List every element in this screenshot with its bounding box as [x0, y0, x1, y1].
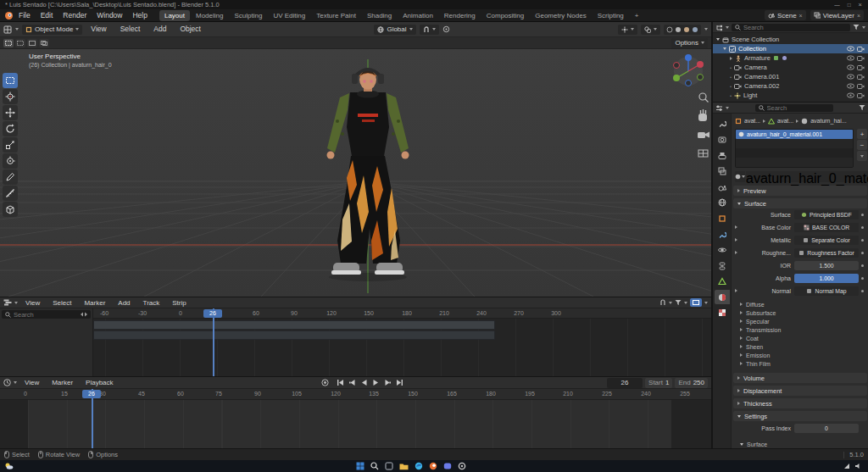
properties-tab-texture[interactable] — [715, 306, 729, 319]
shading-popover-chevron[interactable] — [704, 28, 708, 31]
select-mode-intersect-icon[interactable] — [39, 39, 49, 47]
tool-move[interactable] — [3, 105, 18, 120]
subpanel-subsurface[interactable]: Subsurface — [740, 308, 865, 317]
render-visibility-icon[interactable] — [857, 92, 865, 98]
tool-measure[interactable] — [3, 186, 18, 201]
view-layer-selector[interactable]: ViewLayer × — [810, 10, 864, 20]
blender-logo[interactable] — [4, 11, 14, 20]
edge-browser-icon[interactable] — [415, 462, 423, 470]
auto-keying-toggle[interactable] — [321, 379, 329, 386]
nla-strip[interactable] — [93, 320, 495, 330]
options-dropdown[interactable]: Options — [671, 38, 708, 48]
add-slot-button[interactable]: + — [857, 129, 867, 139]
select-mode-new-icon[interactable] — [3, 39, 14, 47]
normal-input[interactable]: Normal Map — [794, 286, 859, 296]
timeline-menu-view[interactable]: View — [19, 377, 44, 388]
editor-type-icon[interactable] — [3, 25, 12, 34]
scene-unlink-icon[interactable]: × — [799, 13, 803, 19]
nla-current-frame-badge[interactable]: 26 — [203, 309, 222, 318]
camera-view-icon[interactable] — [698, 132, 709, 139]
gizmo-toggle[interactable] — [618, 25, 637, 35]
properties-tab-render[interactable] — [715, 133, 729, 147]
workspace-tab-modeling[interactable]: Modeling — [191, 10, 228, 21]
properties-tab-physics[interactable] — [715, 243, 729, 257]
nla-search-input[interactable] — [14, 311, 78, 319]
shading-rendered-icon[interactable] — [692, 26, 698, 33]
maximize-button[interactable]: □ — [848, 2, 851, 8]
shading-mode-switch[interactable] — [664, 25, 701, 35]
tray-network-icon[interactable] — [843, 463, 850, 469]
navigation-gizmo[interactable] — [673, 54, 704, 86]
pass-index-field[interactable]: 0 — [794, 424, 859, 433]
outliner-editor-type-chevron[interactable] — [726, 26, 729, 29]
timeline-editor-type-icon[interactable] — [3, 379, 11, 386]
viewport-menu-view[interactable]: View — [86, 24, 111, 35]
frame-end-field[interactable]: End 250 — [675, 378, 708, 388]
current-frame-field[interactable]: 26 — [607, 378, 643, 388]
material-slot-empty[interactable] — [736, 148, 853, 158]
render-visibility-icon[interactable] — [857, 55, 865, 61]
panel-preview[interactable]: Preview — [733, 186, 867, 196]
blender-taskbar-icon[interactable] — [429, 462, 437, 470]
breadcrumb-item[interactable]: avat... — [744, 118, 760, 124]
breadcrumb-item[interactable]: avat... — [777, 118, 793, 124]
file-explorer-icon[interactable] — [399, 463, 409, 470]
workspace-tab-scripting[interactable]: Scripting — [593, 10, 629, 21]
outliner-row-light[interactable]: • Light — [713, 91, 868, 100]
tool-rotate[interactable] — [3, 121, 18, 136]
weather-widget-icon[interactable] — [4, 462, 14, 470]
close-button[interactable]: × — [859, 1, 862, 8]
eye-icon[interactable] — [847, 74, 854, 80]
outliner-row-collection[interactable]: Collection — [713, 44, 868, 53]
orthographic-toggle-icon[interactable] — [698, 150, 708, 157]
workspace-tab-texture-paint[interactable]: Texture Paint — [311, 10, 361, 21]
eye-icon[interactable] — [847, 83, 854, 89]
view-layer-unlink-icon[interactable]: × — [857, 13, 860, 19]
menu-window[interactable]: Window — [92, 10, 127, 21]
timeline-menu-playback[interactable]: Playback — [81, 377, 118, 388]
shading-material-icon[interactable] — [683, 26, 690, 33]
subpanel-emission[interactable]: Emission — [740, 351, 865, 359]
properties-editor-type-chevron[interactable] — [726, 107, 729, 109]
eye-icon[interactable] — [847, 64, 854, 70]
collection-checkbox[interactable] — [729, 46, 736, 53]
subpanel-coat[interactable]: Coat — [740, 334, 865, 342]
eye-icon[interactable] — [847, 55, 854, 61]
tool-cursor[interactable] — [3, 89, 18, 104]
subpanel-transmission[interactable]: Transmission — [740, 325, 865, 334]
outliner-editor-type-icon[interactable] — [715, 24, 723, 31]
panel-displacement[interactable]: Displacement — [733, 386, 867, 396]
subpanel-diffuse[interactable]: Diffuse — [740, 300, 865, 308]
workspace-tab-uv-editing[interactable]: UV Editing — [268, 10, 310, 21]
panel-thickness[interactable]: Thickness — [733, 398, 867, 408]
nla-playhead[interactable] — [213, 308, 214, 376]
tool-annotate[interactable] — [3, 169, 18, 185]
properties-editor-type-icon[interactable] — [715, 104, 723, 112]
nla-menu-select[interactable]: Select — [47, 297, 76, 308]
nla-search-filter-icon[interactable] — [81, 312, 87, 317]
taskbar-search-icon[interactable] — [370, 462, 379, 470]
viewport-menu-select[interactable]: Select — [115, 24, 146, 35]
subpanel-specular[interactable]: Specular — [740, 317, 865, 325]
properties-tab-tool[interactable] — [715, 117, 729, 130]
nla-menu-view[interactable]: View — [20, 297, 45, 308]
scene-selector[interactable]: Scene × — [765, 10, 806, 20]
shading-wireframe-icon[interactable] — [666, 26, 673, 33]
properties-tab-output[interactable] — [715, 149, 729, 163]
snapping-toggle[interactable] — [420, 25, 439, 35]
properties-tab-view-layer[interactable] — [715, 164, 729, 178]
material-name-field[interactable]: avaturn_hair_0_materi... — [746, 171, 868, 182]
menu-file[interactable]: File — [14, 10, 36, 21]
previous-keyframe-button[interactable] — [348, 379, 356, 386]
eye-icon[interactable] — [847, 92, 854, 98]
properties-tab-material[interactable] — [715, 290, 730, 304]
play-reverse-button[interactable] — [360, 379, 368, 386]
viewport-canvas[interactable] — [0, 49, 712, 297]
zoom-icon[interactable] — [699, 93, 709, 103]
eye-icon[interactable] — [847, 46, 854, 52]
nla-menu-marker[interactable]: Marker — [79, 297, 110, 308]
nla-search-box[interactable] — [2, 310, 91, 319]
settings-app-icon[interactable] — [458, 462, 466, 470]
timeline-body[interactable] — [0, 400, 712, 448]
outliner-search-input[interactable] — [743, 24, 847, 31]
